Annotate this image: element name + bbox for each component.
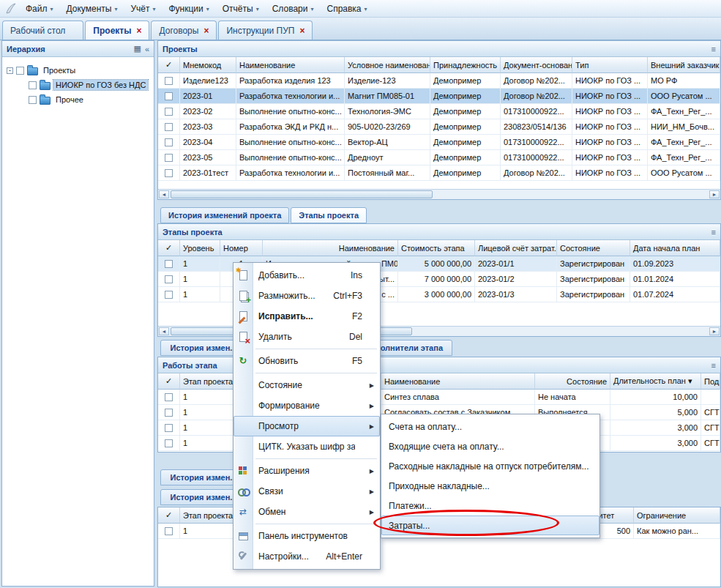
context-menu-item[interactable]: Связи ▶	[234, 481, 380, 502]
column-header[interactable]: Мнемокод	[180, 57, 236, 73]
row-checkbox[interactable]	[165, 393, 173, 401]
row-checkbox[interactable]	[165, 424, 173, 432]
row-checkbox-cell[interactable]	[158, 272, 180, 287]
scroll-left-icon[interactable]: ◄	[159, 190, 169, 198]
menubar-item[interactable]: Справка ▾	[320, 0, 373, 17]
tree-checkbox[interactable]	[29, 81, 37, 89]
row-checkbox-cell[interactable]	[158, 150, 180, 165]
panel-menu-icon[interactable]: ≡	[711, 361, 716, 370]
scroll-left-icon[interactable]: ◄	[159, 327, 169, 335]
context-menu-item[interactable]: Размножить... Ctrl+F3 ▶	[234, 286, 380, 306]
column-header[interactable]: Дата начала план	[630, 240, 720, 256]
tree-checkbox[interactable]	[29, 96, 37, 104]
table-row[interactable]: Изделие123 Разработка изделия 123 Издели…	[158, 73, 720, 89]
row-checkbox[interactable]	[165, 138, 173, 146]
tree-item[interactable]: - Проекты	[4, 63, 152, 78]
row-checkbox-cell[interactable]	[158, 436, 180, 451]
row-checkbox[interactable]	[165, 409, 173, 417]
row-checkbox[interactable]	[165, 92, 173, 100]
menubar-item[interactable]: Файл ▾	[19, 0, 60, 17]
row-checkbox[interactable]	[165, 291, 173, 299]
row-checkbox-cell[interactable]	[158, 287, 180, 302]
row-checkbox[interactable]	[165, 527, 173, 535]
column-header[interactable]: Лицевой счёт затрат.	[475, 240, 557, 256]
submenu-item[interactable]: Входящие счета на оплату...	[381, 436, 599, 456]
tree-checkbox[interactable]	[16, 67, 24, 75]
select-all-header[interactable]: ✓	[158, 240, 180, 256]
menubar-item[interactable]: Документы ▾	[60, 0, 124, 17]
submenu-item[interactable]: Приходные накладные...	[381, 476, 599, 496]
table-row[interactable]: 2023-02 Выполнение опытно-конс... Технол…	[158, 104, 720, 119]
menubar-item[interactable]: Учёт ▾	[124, 0, 162, 17]
row-checkbox[interactable]	[165, 154, 173, 162]
scroll-right-icon[interactable]: ►	[709, 327, 720, 335]
row-checkbox-cell[interactable]	[158, 73, 180, 89]
submenu-item[interactable]: Расходные накладные на отпуск потребител…	[381, 456, 599, 476]
column-header[interactable]: Уровень	[180, 240, 220, 256]
row-checkbox[interactable]	[165, 439, 173, 447]
table-row[interactable]: 2023-04 Выполнение опытно-конс... Вектор…	[158, 135, 720, 150]
select-all-header[interactable]: ✓	[158, 57, 180, 73]
column-header[interactable]: Длительность план ▾	[610, 373, 701, 390]
close-icon[interactable]: ×	[203, 26, 209, 35]
context-menu-item[interactable]: Обновить F5 ▶	[234, 351, 380, 371]
row-checkbox-cell[interactable]	[158, 405, 180, 420]
row-checkbox-cell[interactable]	[158, 135, 180, 150]
tree-item[interactable]: - НИОКР по ГОЗ без НДС	[4, 78, 152, 92]
tree-expander-icon[interactable]: -	[7, 67, 13, 74]
column-header[interactable]: Стоимость этапа	[398, 240, 475, 256]
column-header[interactable]: Номер	[220, 240, 263, 256]
context-menu-item[interactable]: Расширения ▶	[234, 461, 380, 481]
row-checkbox[interactable]	[165, 108, 173, 116]
row-checkbox[interactable]	[165, 275, 173, 283]
context-menu-item[interactable]: Состояние ▶	[234, 375, 380, 395]
horizontal-scrollbar[interactable]: ◄ ►	[158, 189, 720, 199]
context-menu-item[interactable]: ЦИТК. Указать шифр затрат... ▶	[234, 436, 380, 457]
row-checkbox[interactable]	[165, 123, 173, 131]
context-menu-item[interactable]: Добавить... Ins ▶	[234, 265, 380, 286]
column-header[interactable]: Состояние	[535, 373, 610, 390]
tree-item-label[interactable]: Прочее	[53, 94, 86, 105]
menubar-item[interactable]: Функции ▾	[162, 0, 215, 17]
table-row[interactable]: 2023-01тест Разработка технологии и... П…	[158, 165, 720, 181]
tree-item-label[interactable]: НИОКР по ГОЗ без НДС	[53, 80, 148, 90]
column-header[interactable]: Наименование	[381, 373, 535, 390]
table-row[interactable]: 2023-05 Выполнение опытно-конс... Дредно…	[158, 150, 720, 165]
select-all-header[interactable]: ✓	[158, 507, 180, 524]
workspace-tab[interactable]: Инструкции ПУП ×	[218, 21, 313, 40]
close-icon[interactable]: ×	[136, 26, 141, 35]
scroll-right-icon[interactable]: ►	[709, 190, 720, 198]
menubar-item[interactable]: Отчёты ▾	[216, 0, 266, 17]
row-checkbox[interactable]	[165, 77, 173, 85]
tree-item-label[interactable]: Проекты	[41, 65, 78, 75]
row-checkbox-cell[interactable]	[158, 104, 180, 119]
row-checkbox-cell[interactable]	[158, 165, 180, 181]
panel-menu-icon[interactable]: ≡	[711, 45, 716, 53]
row-checkbox-cell[interactable]	[158, 524, 180, 539]
select-all-header[interactable]: ✓	[158, 373, 180, 390]
table-row[interactable]: 2023-01 Разработка технологии и... Магни…	[158, 89, 720, 104]
row-checkbox-cell[interactable]	[158, 420, 180, 436]
context-menu-item[interactable]: Удалить Del ▶	[234, 327, 380, 347]
context-menu-item[interactable]: Настройки... Alt+Enter ▶	[234, 546, 380, 567]
panel-menu-icon[interactable]: ≡	[711, 228, 716, 237]
detail-tab[interactable]: Этапы проекта	[291, 207, 367, 223]
search-grid-icon[interactable]: ▦	[133, 44, 141, 53]
workspace-tab[interactable]: Договоры ×	[151, 21, 217, 40]
column-header[interactable]: Подр	[701, 373, 720, 390]
context-menu-item[interactable]: Просмотр ▶	[234, 416, 380, 436]
column-header[interactable]: Состояние	[557, 240, 630, 256]
column-header[interactable]: Наименование	[236, 57, 345, 73]
close-icon[interactable]: ×	[299, 26, 305, 35]
scroll-thumb[interactable]	[171, 190, 433, 198]
row-checkbox[interactable]	[165, 260, 173, 268]
row-checkbox[interactable]	[165, 169, 173, 177]
row-checkbox-cell[interactable]	[158, 119, 180, 135]
column-header[interactable]: Ограничение	[634, 507, 720, 524]
row-checkbox-cell[interactable]	[158, 256, 180, 272]
column-header[interactable]: Принадлежность	[430, 57, 501, 73]
column-header[interactable]: Условное наименование	[345, 57, 430, 73]
menubar-item[interactable]: Словари ▾	[266, 0, 321, 17]
row-checkbox-cell[interactable]	[158, 89, 180, 104]
context-menu-item[interactable]: Панель инструментов ▶	[234, 526, 380, 546]
